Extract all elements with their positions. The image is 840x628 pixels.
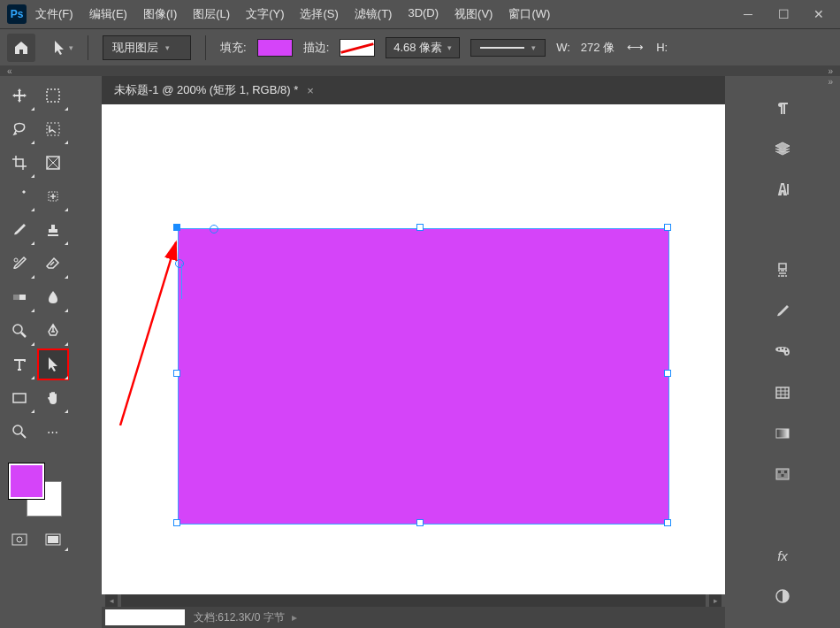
- gradient-tool[interactable]: [4, 281, 35, 313]
- fill-color-picker[interactable]: [257, 39, 293, 57]
- eraser-tool[interactable]: [37, 248, 69, 280]
- horizontal-scrollbar[interactable]: ◂ ▸: [102, 594, 725, 607]
- pen-tool[interactable]: [37, 315, 69, 347]
- quick-select-tool[interactable]: [37, 113, 69, 145]
- collapse-left-icon[interactable]: «: [7, 66, 12, 76]
- brushes-panel-icon[interactable]: [772, 301, 793, 322]
- menu-filter[interactable]: 滤镜(T): [355, 6, 393, 22]
- healing-tool[interactable]: [37, 180, 69, 212]
- crop-tool[interactable]: [4, 147, 35, 179]
- zoom-tool[interactable]: [4, 416, 35, 448]
- fill-label: 填充:: [220, 40, 247, 56]
- handle-tm[interactable]: [416, 224, 424, 231]
- frame-tool[interactable]: [37, 147, 69, 179]
- adjustments-panel-icon[interactable]: [772, 586, 793, 607]
- menu-select[interactable]: 选择(S): [300, 6, 338, 22]
- handle-tr[interactable]: [664, 224, 671, 231]
- stamp-tool[interactable]: [37, 214, 69, 246]
- menu-type[interactable]: 文字(Y): [246, 6, 284, 22]
- right-panels: » fx: [725, 76, 840, 628]
- home-button[interactable]: [7, 34, 35, 62]
- stroke-label: 描边:: [303, 40, 330, 56]
- minimize-button[interactable]: ─: [741, 7, 755, 21]
- canvas[interactable]: [102, 104, 725, 594]
- panel-collapse-icon[interactable]: »: [828, 77, 833, 87]
- scroll-track[interactable]: [121, 594, 706, 607]
- menu-edit[interactable]: 编辑(E): [89, 6, 127, 22]
- app-logo: Ps: [7, 4, 27, 24]
- move-tool[interactable]: [4, 80, 35, 111]
- handle-ml[interactable]: [173, 370, 180, 377]
- height-label: H:: [656, 41, 668, 54]
- collapse-right-icon[interactable]: »: [828, 66, 833, 76]
- status-bar: 文档:612.3K/0 字节 ▸: [102, 607, 725, 628]
- swatches-panel-icon[interactable]: [772, 260, 793, 281]
- marquee-tool[interactable]: [37, 80, 69, 111]
- close-button[interactable]: ✕: [812, 7, 826, 21]
- hand-tool[interactable]: [37, 382, 69, 414]
- menu-window[interactable]: 窗口(W): [508, 6, 550, 22]
- layers-panel-icon[interactable]: [772, 138, 793, 159]
- patterns-panel-icon[interactable]: [772, 463, 793, 485]
- menu-file[interactable]: 文件(F): [35, 6, 73, 22]
- styles-panel-icon[interactable]: fx: [772, 545, 793, 566]
- svg-rect-8: [13, 394, 26, 402]
- menu-view[interactable]: 视图(V): [454, 6, 493, 22]
- history-brush-tool[interactable]: [4, 248, 35, 280]
- width-input[interactable]: 272 像: [581, 40, 615, 56]
- stroke-style-dropdown[interactable]: ▾: [470, 39, 546, 57]
- svg-line-14: [120, 242, 176, 425]
- rectangle-shape[interactable]: [178, 228, 669, 525]
- svg-rect-0: [47, 89, 59, 102]
- tab-close-button[interactable]: ×: [307, 84, 314, 97]
- dodge-tool[interactable]: [4, 315, 35, 347]
- foreground-color[interactable]: [9, 463, 44, 499]
- paragraph-panel-icon[interactable]: [772, 97, 793, 119]
- lasso-tool[interactable]: [4, 113, 35, 145]
- link-wh-icon[interactable]: ⟷: [627, 41, 644, 54]
- layer-dropdown[interactable]: 现用图层 ▾: [103, 35, 191, 60]
- quick-mask-button[interactable]: [4, 527, 35, 552]
- handle-bl[interactable]: [173, 519, 180, 526]
- menu-3d[interactable]: 3D(D): [408, 6, 439, 22]
- menu-image[interactable]: 图像(I): [143, 6, 177, 22]
- path-selection-tool[interactable]: [37, 348, 69, 380]
- stroke-color-picker[interactable]: [340, 39, 375, 57]
- menubar: Ps 文件(F) 编辑(E) 图像(I) 图层(L) 文字(Y) 选择(S) 滤…: [0, 0, 840, 28]
- rectangle-tool[interactable]: [4, 382, 35, 414]
- gradients-panel-icon[interactable]: [772, 423, 793, 444]
- screen-mode-button[interactable]: [37, 527, 69, 552]
- maximize-button[interactable]: ☐: [776, 7, 790, 21]
- corner-radius-handle-1[interactable]: [210, 225, 218, 234]
- handle-mr[interactable]: [664, 370, 671, 377]
- layer-dropdown-label: 现用图层: [112, 40, 158, 56]
- svg-point-9: [13, 425, 22, 434]
- stroke-width-input[interactable]: 4.68 像素 ▾: [386, 37, 460, 58]
- handle-tl[interactable]: [173, 224, 180, 231]
- scroll-right-button[interactable]: ▸: [709, 594, 722, 607]
- blur-tool[interactable]: [37, 281, 69, 313]
- svg-rect-1: [47, 123, 59, 135]
- scroll-left-button[interactable]: ◂: [105, 594, 118, 607]
- more-tools[interactable]: ⋯: [37, 416, 69, 448]
- tool-dropdown-arrow[interactable]: ▾: [69, 43, 73, 52]
- eyedropper-tool[interactable]: [4, 180, 35, 212]
- character-panel-icon[interactable]: [772, 179, 793, 200]
- properties-panel-icon[interactable]: [772, 382, 793, 403]
- handle-br[interactable]: [664, 519, 671, 526]
- svg-point-19: [786, 352, 788, 354]
- zoom-input[interactable]: [105, 609, 185, 625]
- status-menu-arrow[interactable]: ▸: [292, 611, 297, 624]
- menu-layer[interactable]: 图层(L): [193, 6, 230, 22]
- type-tool[interactable]: [4, 348, 35, 380]
- brush-tool[interactable]: [4, 214, 35, 246]
- document-tab-title[interactable]: 未标题-1 @ 200% (矩形 1, RGB/8) *: [114, 82, 298, 98]
- corner-radius-handle-2[interactable]: [175, 259, 184, 268]
- svg-rect-15: [779, 264, 786, 269]
- svg-rect-6: [13, 295, 19, 300]
- handle-bm[interactable]: [416, 519, 424, 526]
- color-swatches: [0, 458, 102, 524]
- svg-point-4: [14, 258, 18, 262]
- color-panel-icon[interactable]: [772, 341, 793, 363]
- svg-rect-24: [784, 471, 787, 473]
